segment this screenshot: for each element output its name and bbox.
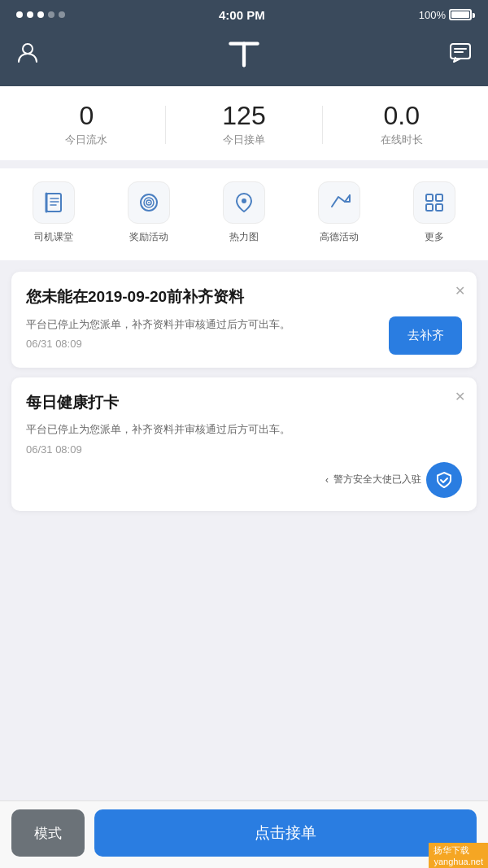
card2-text-area: 平台已停止为您派单，补齐资料并审核通过后方可出车。 06/31 08:09 — [26, 421, 462, 456]
police-badge-text: 警方安全大使已入驻 — [333, 473, 421, 486]
battery-percentage: 100% — [419, 9, 446, 21]
card2-close-icon[interactable]: ✕ — [455, 389, 465, 404]
classroom-label: 司机课堂 — [34, 230, 73, 244]
card2-bottom-row: ‹ 警方安全大使已入驻 — [26, 462, 462, 498]
watermark-line1: 扬华下载 — [434, 844, 483, 857]
svg-point-12 — [148, 202, 150, 203]
notification-card-1: ✕ 您未能在2019-09-20前补齐资料 平台已停止为您派单，补齐资料并审核通… — [11, 272, 477, 368]
card1-action-button[interactable]: 去补齐 — [389, 316, 462, 355]
svg-rect-14 — [426, 194, 433, 201]
card2-time: 06/31 08:09 — [26, 443, 452, 456]
watermark-line2: yanghua.net — [434, 857, 483, 866]
card2-title: 每日健康打卡 — [26, 392, 462, 414]
gaode-icon-wrap — [318, 181, 360, 224]
notification-card-2: ✕ 每日健康打卡 平台已停止为您派单，补齐资料并审核通过后方可出车。 06/31… — [11, 377, 477, 511]
signal-dots — [16, 11, 65, 18]
card1-close-icon[interactable]: ✕ — [455, 283, 465, 299]
stats-row: 0 今日流水 125 今日接单 0.0 在线时长 — [0, 86, 488, 160]
card1-time: 06/31 08:09 — [26, 338, 379, 350]
action-more[interactable]: 更多 — [386, 181, 481, 244]
signal-dot-4 — [48, 11, 54, 18]
battery-fill — [451, 11, 469, 18]
police-badge: ‹ 警方安全大使已入驻 — [325, 473, 421, 486]
status-bar: 4:00 PM 100% — [0, 0, 488, 29]
reward-icon-wrap — [128, 181, 170, 224]
quick-actions: 司机课堂 奖励活动 热力图 — [0, 168, 488, 260]
stat-flow-value: 0 — [8, 103, 165, 129]
bottom-bar: 模式 点击接单 — [0, 800, 488, 868]
mode-button[interactable]: 模式 — [11, 809, 85, 857]
classroom-icon-wrap — [33, 181, 75, 224]
stat-time-label: 在线时长 — [323, 133, 480, 147]
battery-indicator: 100% — [419, 9, 472, 21]
profile-icon[interactable] — [16, 41, 39, 69]
accept-order-button[interactable]: 点击接单 — [94, 809, 477, 857]
shield-button[interactable] — [426, 462, 462, 498]
svg-rect-15 — [436, 194, 442, 201]
message-icon[interactable] — [449, 41, 472, 68]
status-time: 4:00 PM — [219, 8, 265, 22]
gaode-label: 高德活动 — [320, 230, 359, 244]
stat-orders-value: 125 — [166, 103, 323, 129]
card1-body: 平台已停止为您派单，补齐资料并审核通过后方可出车。 06/31 08:09 去补… — [26, 316, 462, 355]
battery-icon — [449, 9, 472, 20]
action-reward[interactable]: 奖励活动 — [102, 181, 197, 244]
more-icon-wrap — [413, 181, 455, 224]
reward-label: 奖励活动 — [129, 230, 168, 244]
svg-rect-17 — [436, 204, 442, 211]
stat-time-value: 0.0 — [323, 103, 480, 129]
app-header — [0, 29, 488, 86]
action-gaode[interactable]: 高德活动 — [291, 181, 386, 244]
stat-daily-orders: 125 今日接单 — [166, 103, 323, 147]
card1-title: 您未能在2019-09-20前补齐资料 — [26, 286, 462, 308]
stat-orders-label: 今日接单 — [166, 133, 323, 147]
signal-dot-5 — [59, 11, 65, 18]
more-label: 更多 — [425, 230, 444, 244]
signal-dot-3 — [37, 11, 44, 18]
cards-area: ✕ 您未能在2019-09-20前补齐资料 平台已停止为您派单，补齐资料并审核通… — [0, 260, 488, 511]
signal-dot-1 — [16, 11, 23, 18]
action-heatmap[interactable]: 热力图 — [197, 181, 292, 244]
card1-text-area: 平台已停止为您派单，补齐资料并审核通过后方可出车。 06/31 08:09 — [26, 316, 389, 351]
heatmap-icon-wrap — [223, 181, 265, 224]
action-classroom[interactable]: 司机课堂 — [7, 181, 102, 244]
card2-desc: 平台已停止为您派单，补齐资料并审核通过后方可出车。 — [26, 421, 452, 438]
app-logo — [224, 38, 264, 71]
stat-daily-flow: 0 今日流水 — [8, 103, 165, 147]
watermark: 扬华下载 yanghua.net — [429, 843, 488, 868]
signal-dot-2 — [27, 11, 33, 18]
svg-point-0 — [23, 44, 33, 54]
heatmap-label: 热力图 — [229, 230, 259, 244]
svg-rect-16 — [426, 204, 433, 211]
svg-rect-4 — [46, 194, 61, 212]
stat-online-time: 0.0 在线时长 — [323, 103, 480, 147]
card1-desc: 平台已停止为您派单，补齐资料并审核通过后方可出车。 — [26, 316, 379, 334]
stat-flow-label: 今日流水 — [8, 133, 165, 147]
svg-point-13 — [242, 198, 246, 203]
chevron-left-icon: ‹ — [325, 474, 329, 486]
